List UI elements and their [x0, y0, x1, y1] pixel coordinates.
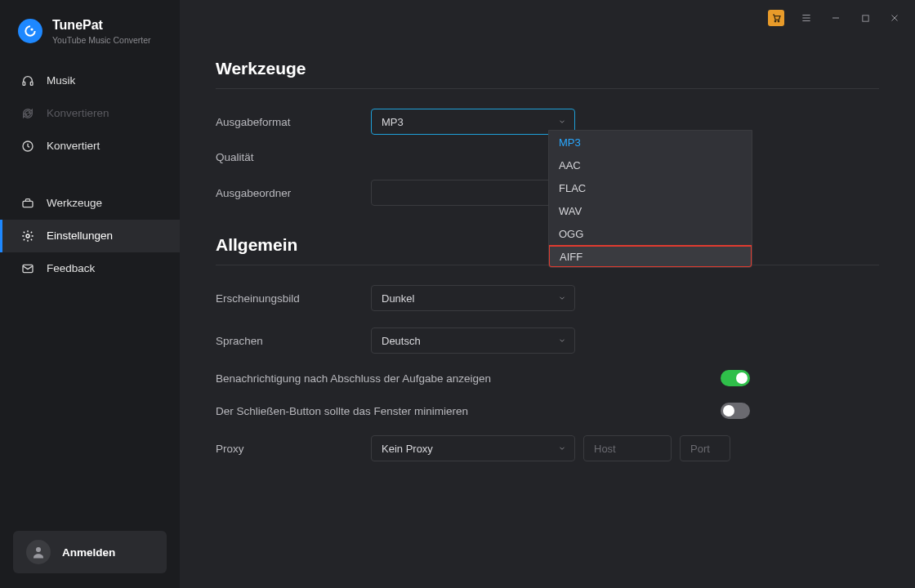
- minimize-label: Der Schließen-Button sollte das Fenster …: [216, 405, 721, 417]
- proxy-select[interactable]: Kein Proxy: [371, 435, 575, 461]
- sidebar-item-label: Einstellungen: [47, 229, 113, 242]
- sidebar-item-converted[interactable]: Konvertiert: [0, 130, 180, 163]
- proxy-port-input[interactable]: Port: [680, 435, 730, 461]
- proxy-label: Proxy: [216, 443, 371, 455]
- appearance-value: Dunkel: [382, 292, 414, 305]
- sidebar-item-label: Konvertiert: [47, 140, 100, 152]
- brand-subtitle: YouTube Music Converter: [52, 35, 151, 45]
- menu-button[interactable]: [799, 11, 814, 25]
- clock-icon: [20, 139, 35, 154]
- brand-name: TunePat: [52, 18, 151, 33]
- languages-value: Deutsch: [382, 335, 421, 347]
- svg-rect-1: [23, 82, 25, 85]
- svg-rect-10: [862, 15, 868, 20]
- appearance-label: Erscheinungsbild: [216, 292, 371, 305]
- languages-select[interactable]: Deutsch: [371, 327, 575, 354]
- chevron-down-icon: [558, 336, 566, 345]
- sidebar-item-label: Feedback: [47, 262, 95, 274]
- svg-rect-4: [23, 201, 33, 207]
- chevron-down-icon: [558, 444, 566, 452]
- output-format-label: Ausgabeformat: [216, 116, 371, 128]
- svg-point-0: [30, 29, 33, 31]
- sidebar-item-label: Musik: [47, 74, 75, 87]
- section-title-tools: Werkzeuge: [216, 59, 879, 89]
- sidebar: TunePat YouTube Music Converter Musik Ko…: [0, 0, 180, 588]
- app-window: TunePat YouTube Music Converter Musik Ko…: [0, 0, 915, 588]
- proxy-value: Kein Proxy: [382, 443, 433, 455]
- sidebar-nav: Musik Konvertieren Konvertiert Werkzeuge…: [0, 65, 180, 285]
- toolbox-icon: [20, 196, 35, 211]
- sidebar-item-convert[interactable]: Konvertieren: [0, 97, 180, 130]
- notify-label: Benachrichtigung nach Abschluss der Aufg…: [216, 372, 721, 385]
- headphones-icon: [20, 74, 35, 88]
- output-format-select[interactable]: MP3: [371, 109, 575, 135]
- svg-point-8: [774, 20, 776, 22]
- svg-point-9: [778, 20, 779, 22]
- signin-button[interactable]: Anmelden: [13, 531, 167, 573]
- output-format-dropdown: MP3 AAC FLAC WAV OGG AIFF: [548, 130, 752, 268]
- output-folder-label: Ausgabeordner: [216, 187, 371, 199]
- dropdown-option-wav[interactable]: WAV: [549, 199, 752, 222]
- chevron-down-icon: [558, 118, 566, 126]
- main-panel: Werkzeuge Ausgabeformat MP3 Qualität Aus…: [180, 0, 915, 588]
- output-format-value: MP3: [382, 116, 404, 128]
- minimize-button[interactable]: [828, 11, 843, 25]
- dropdown-option-aiff[interactable]: AIFF: [548, 245, 752, 268]
- signin-label: Anmelden: [62, 546, 115, 559]
- brand-logo-icon: [18, 19, 42, 43]
- dropdown-option-ogg[interactable]: OGG: [549, 222, 752, 245]
- sidebar-item-label: Werkzeuge: [47, 197, 102, 209]
- svg-rect-2: [30, 82, 33, 85]
- sidebar-item-feedback[interactable]: Feedback: [0, 252, 180, 285]
- refresh-icon: [20, 106, 35, 121]
- chevron-down-icon: [558, 294, 566, 302]
- languages-label: Sprachen: [216, 335, 371, 347]
- titlebar: [180, 0, 915, 36]
- maximize-button[interactable]: [858, 11, 873, 25]
- section-title-general: Allgemein: [216, 235, 879, 265]
- minimize-toggle[interactable]: [721, 403, 750, 419]
- settings-content: Werkzeuge Ausgabeformat MP3 Qualität Aus…: [180, 36, 915, 461]
- mail-icon: [20, 261, 35, 276]
- sidebar-item-music[interactable]: Musik: [0, 65, 180, 97]
- svg-point-7: [36, 547, 41, 552]
- gear-icon: [20, 229, 35, 243]
- quality-label: Qualität: [216, 151, 371, 163]
- proxy-host-input[interactable]: Host: [583, 435, 672, 461]
- appearance-select[interactable]: Dunkel: [371, 285, 575, 311]
- dropdown-option-mp3[interactable]: MP3: [549, 131, 752, 154]
- dropdown-option-aac[interactable]: AAC: [549, 154, 752, 176]
- notify-toggle[interactable]: [721, 370, 750, 386]
- svg-point-5: [26, 234, 29, 238]
- close-button[interactable]: [887, 11, 902, 25]
- sidebar-item-label: Konvertieren: [47, 107, 109, 119]
- sidebar-item-tools[interactable]: Werkzeuge: [0, 187, 180, 220]
- cart-button[interactable]: [768, 10, 784, 26]
- brand: TunePat YouTube Music Converter: [0, 18, 180, 65]
- dropdown-option-flac[interactable]: FLAC: [549, 176, 752, 199]
- avatar-icon: [26, 540, 51, 564]
- sidebar-item-settings[interactable]: Einstellungen: [0, 220, 180, 252]
